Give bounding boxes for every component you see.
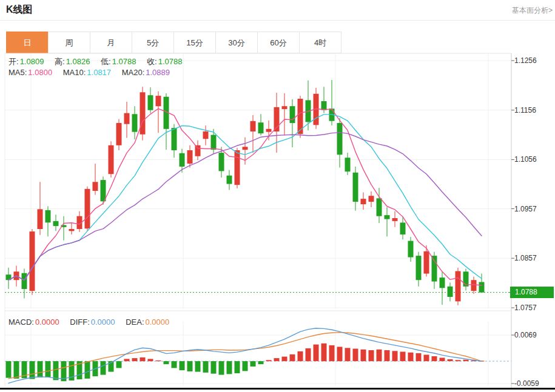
open-value: 1.0809 bbox=[20, 57, 44, 66]
ma5-label: MA5: bbox=[8, 68, 27, 77]
macd-axis-label: 0.0069 bbox=[514, 331, 537, 339]
macd-label: MACD: bbox=[8, 317, 34, 327]
ma10-value: 1.0817 bbox=[87, 68, 111, 77]
ma20-label: MA20: bbox=[122, 68, 145, 77]
close-value: 1.0788 bbox=[158, 57, 183, 66]
ohlc-legend: 开:1.0809 高:1.0826 低:1.0788 收:1.0788 bbox=[8, 56, 190, 67]
ma5-value: 1.0800 bbox=[28, 68, 52, 77]
ma-legend: MA5:1.0800 MA10:1.0817 MA20:1.0889 bbox=[8, 68, 178, 77]
macd-legend: MACD:0.0000 DIFF:0.0000 DEA:0.0000 bbox=[8, 317, 178, 327]
current-price-badge: 1.0788 bbox=[510, 287, 554, 298]
price-axis-label: 1.1256 bbox=[514, 56, 537, 65]
diff-value: 0.0000 bbox=[91, 317, 115, 327]
high-label: 高: bbox=[55, 57, 65, 66]
price-axis-label: 1.0857 bbox=[514, 254, 537, 262]
close-label: 收: bbox=[147, 57, 157, 66]
open-label: 开: bbox=[8, 57, 19, 66]
diff-label: DIFF: bbox=[70, 317, 90, 327]
ma10-label: MA10: bbox=[63, 68, 86, 77]
low-value: 1.0788 bbox=[112, 57, 136, 66]
kline-page: K线图 基本面分析> 日 周 月 5分 15分 30分 60分 4时 开:1.0… bbox=[0, 0, 555, 392]
price-axis-label: 1.0957 bbox=[514, 205, 537, 213]
high-value: 1.0826 bbox=[66, 57, 90, 66]
bottom-border-bar bbox=[0, 388, 555, 390]
dea-label: DEA: bbox=[126, 317, 144, 327]
price-axis-label: 1.1056 bbox=[514, 155, 537, 164]
candlestick-series bbox=[6, 80, 485, 305]
price-axis-label: 1.0757 bbox=[514, 304, 537, 312]
ma20-value: 1.0889 bbox=[146, 68, 170, 77]
dea-value: 0.0000 bbox=[146, 317, 170, 327]
macd-value: 0.0000 bbox=[35, 317, 59, 327]
low-label: 低: bbox=[101, 57, 111, 66]
price-axis-label: 1.1156 bbox=[514, 106, 536, 115]
macd-axis-label: -0.0059 bbox=[514, 379, 539, 388]
